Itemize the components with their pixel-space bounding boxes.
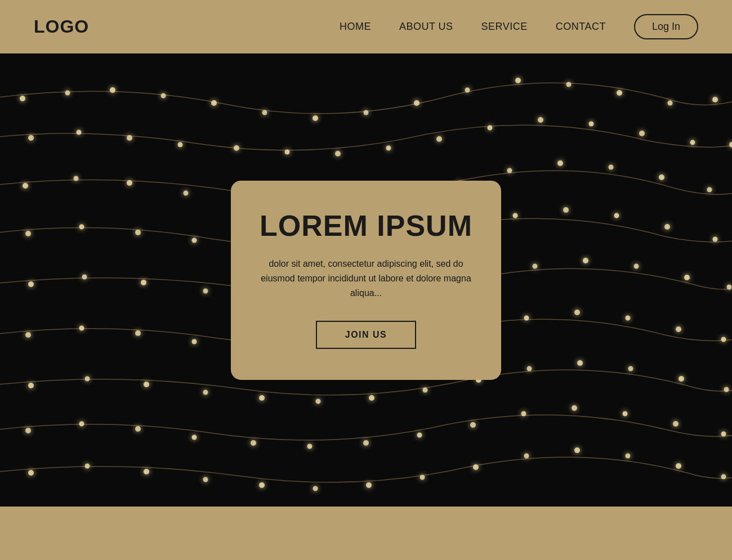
- logo: LOGO: [34, 16, 89, 37]
- svg-point-41: [609, 165, 614, 170]
- svg-point-68: [583, 258, 588, 263]
- svg-point-88: [144, 382, 149, 387]
- svg-point-109: [521, 411, 526, 416]
- svg-point-24: [488, 126, 493, 131]
- svg-point-2: [110, 87, 115, 93]
- svg-point-6: [313, 115, 318, 121]
- svg-point-12: [617, 90, 622, 96]
- svg-point-84: [676, 326, 681, 332]
- header: LOGO HOME ABOUT US SERVICE CONTACT Log I…: [0, 0, 732, 53]
- svg-point-83: [626, 316, 631, 321]
- nav-service[interactable]: SERVICE: [481, 21, 528, 33]
- svg-point-60: [141, 280, 146, 285]
- svg-point-69: [634, 264, 639, 269]
- svg-point-82: [574, 310, 580, 315]
- svg-point-98: [679, 376, 684, 382]
- svg-point-85: [721, 337, 726, 342]
- svg-point-25: [538, 117, 543, 123]
- svg-point-28: [690, 140, 695, 145]
- svg-point-71: [727, 285, 732, 290]
- svg-point-95: [527, 366, 532, 371]
- svg-point-101: [79, 422, 84, 427]
- svg-point-89: [203, 390, 208, 395]
- svg-point-47: [192, 238, 197, 243]
- svg-point-22: [386, 146, 391, 151]
- svg-point-116: [144, 469, 149, 474]
- svg-point-31: [74, 176, 79, 181]
- svg-point-122: [473, 464, 479, 470]
- svg-point-67: [533, 264, 538, 269]
- svg-point-124: [574, 447, 580, 453]
- svg-point-104: [251, 440, 256, 446]
- svg-point-114: [28, 470, 34, 476]
- svg-point-11: [566, 82, 572, 87]
- svg-point-4: [211, 100, 217, 106]
- svg-point-13: [668, 101, 673, 106]
- svg-point-27: [639, 131, 645, 136]
- svg-point-93: [423, 388, 428, 393]
- nav: HOME ABOUT US SERVICE CONTACT Log In: [340, 14, 698, 39]
- svg-point-20: [285, 150, 290, 155]
- svg-point-30: [23, 183, 28, 189]
- hero-body: dolor sit amet, consectetur adipiscing e…: [259, 256, 473, 301]
- svg-point-111: [623, 411, 628, 416]
- svg-point-127: [721, 474, 726, 480]
- svg-point-112: [673, 421, 679, 427]
- svg-point-87: [85, 377, 90, 382]
- svg-point-102: [135, 426, 141, 432]
- svg-point-45: [79, 225, 84, 230]
- svg-point-26: [589, 122, 594, 127]
- svg-point-53: [513, 213, 518, 218]
- hero-card: LOREM IPSUM dolor sit amet, consectetur …: [231, 180, 501, 379]
- svg-point-123: [524, 454, 529, 459]
- svg-point-18: [178, 142, 183, 147]
- svg-point-115: [85, 464, 90, 469]
- svg-point-117: [203, 477, 208, 482]
- svg-point-105: [307, 444, 313, 449]
- svg-point-1: [65, 91, 70, 96]
- svg-point-57: [713, 237, 718, 242]
- svg-point-90: [259, 395, 265, 401]
- nav-contact[interactable]: CONTACT: [556, 21, 606, 33]
- svg-point-14: [712, 97, 718, 102]
- svg-point-106: [363, 440, 369, 446]
- svg-point-10: [515, 78, 521, 83]
- join-button[interactable]: JOIN US: [316, 321, 417, 349]
- svg-point-125: [626, 454, 631, 459]
- svg-point-15: [28, 135, 34, 141]
- svg-point-119: [313, 486, 318, 491]
- svg-point-103: [192, 435, 197, 440]
- svg-point-110: [572, 405, 577, 411]
- nav-about[interactable]: ABOUT US: [399, 21, 453, 33]
- svg-point-72: [25, 332, 31, 338]
- svg-point-97: [628, 366, 633, 371]
- svg-point-100: [25, 428, 31, 433]
- svg-point-55: [614, 213, 619, 218]
- svg-point-9: [465, 88, 470, 93]
- svg-point-17: [127, 135, 132, 141]
- svg-point-113: [721, 432, 726, 437]
- svg-point-16: [77, 130, 82, 135]
- svg-point-3: [161, 93, 166, 98]
- login-button[interactable]: Log In: [634, 14, 698, 39]
- svg-point-70: [684, 275, 690, 280]
- svg-point-73: [79, 326, 84, 331]
- main-section: LOREM IPSUM dolor sit amet, consectetur …: [0, 53, 732, 507]
- svg-point-92: [369, 395, 374, 401]
- svg-point-40: [557, 160, 563, 166]
- svg-point-54: [563, 207, 569, 213]
- svg-point-8: [414, 100, 419, 106]
- svg-point-39: [507, 168, 512, 173]
- svg-point-74: [135, 330, 141, 336]
- nav-home[interactable]: HOME: [340, 21, 371, 33]
- svg-point-46: [135, 230, 141, 235]
- svg-point-126: [676, 463, 681, 469]
- svg-point-44: [25, 231, 31, 236]
- svg-point-107: [417, 433, 422, 438]
- svg-point-5: [262, 110, 267, 115]
- svg-point-21: [335, 151, 341, 156]
- svg-point-61: [203, 289, 208, 294]
- svg-point-91: [316, 399, 321, 404]
- svg-point-75: [192, 339, 197, 344]
- svg-point-118: [259, 482, 265, 488]
